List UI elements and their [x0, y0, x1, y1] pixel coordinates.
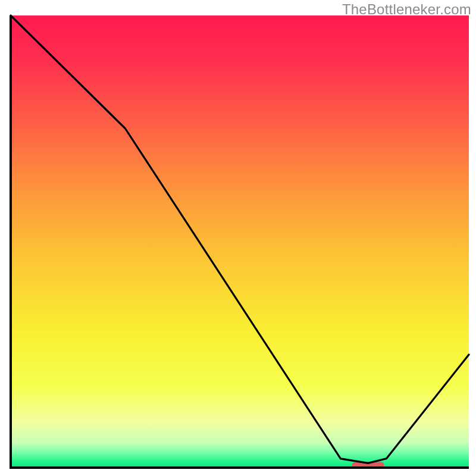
- chart-container: TheBottleneker.com: [0, 0, 476, 476]
- watermark-text: TheBottleneker.com: [342, 1, 471, 18]
- bottleneck-chart: [0, 0, 476, 476]
